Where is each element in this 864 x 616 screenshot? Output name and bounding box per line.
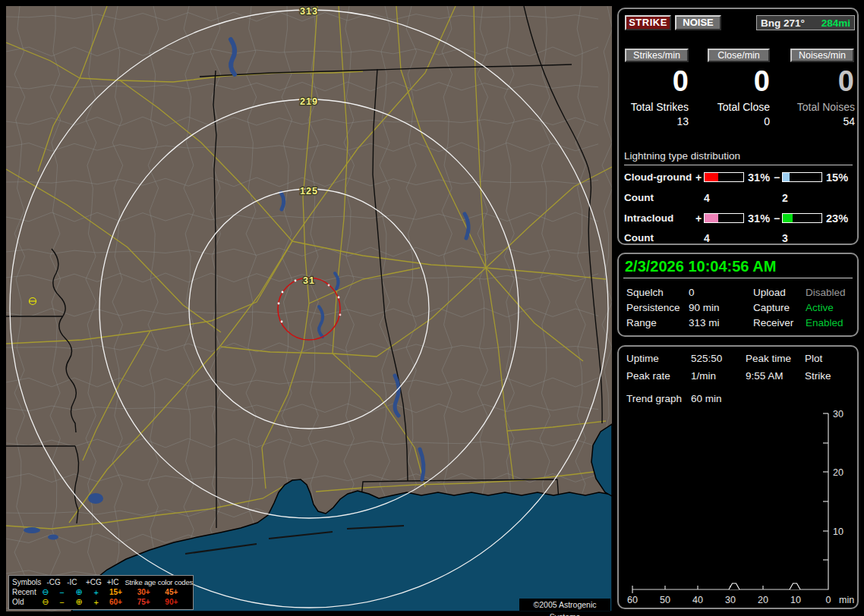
strike-bump-10min bbox=[790, 583, 800, 589]
age-75-label: 75+ bbox=[137, 598, 166, 606]
ic-plus-count: 4 bbox=[704, 232, 710, 244]
cloud-ground-row: Cloud-ground + 31% − 15% bbox=[619, 171, 857, 184]
y-label-20: 20 bbox=[833, 467, 844, 478]
range-label-313: 313 bbox=[300, 6, 318, 17]
upload-status: Disabled bbox=[806, 287, 846, 298]
total-strikes-value: 13 bbox=[623, 115, 689, 127]
ic-plus-bar bbox=[704, 213, 744, 223]
ic-minus-percent: 23% bbox=[826, 212, 848, 225]
age-15-label: 15+ bbox=[109, 588, 137, 596]
cg-plus-percent: 31% bbox=[748, 171, 770, 184]
x-label-50: 50 bbox=[660, 595, 670, 605]
strikes-per-min-button[interactable]: Strikes/min bbox=[625, 49, 689, 62]
divider bbox=[623, 278, 853, 278]
recent-pos-ic-icon: + bbox=[93, 588, 109, 597]
old-neg-ic-icon: − bbox=[59, 598, 75, 607]
legend-col-neg-cg: -CG bbox=[47, 578, 68, 586]
recent-pos-cg-icon: ⊕ bbox=[76, 587, 94, 597]
cg-plus-bar bbox=[704, 172, 744, 182]
total-close-value: 0 bbox=[705, 115, 770, 127]
legend-symbols-header: Symbols bbox=[12, 578, 47, 586]
x-unit-label: min bbox=[839, 595, 854, 605]
persistence-row: Persistence 90 min Capture Active bbox=[619, 302, 857, 315]
map-canvas: 313 219 125 31 bbox=[6, 6, 612, 611]
lightning-map: 313 219 125 31 Symbols -CG -IC +CG +IC S… bbox=[6, 6, 612, 611]
cg-minus-bar bbox=[782, 172, 822, 182]
squelch-value: 0 bbox=[689, 287, 695, 298]
strikes-rate-value: 0 bbox=[625, 65, 689, 97]
cg-minus-percent: 15% bbox=[826, 171, 848, 184]
distribution-title: Lightning type distribution bbox=[624, 150, 853, 165]
noises-per-min-button[interactable]: Noises/min bbox=[790, 49, 854, 62]
datetime-display: 2/3/2026 10:04:56 AM bbox=[625, 258, 776, 275]
total-noises-label: Total Noises bbox=[790, 101, 855, 113]
capture-label: Capture bbox=[753, 302, 790, 313]
recent-neg-ic-icon: − bbox=[59, 588, 75, 597]
cg-plus-count: 4 bbox=[704, 192, 710, 204]
symbols-legend: Symbols -CG -IC +CG +IC Strike age color… bbox=[8, 575, 194, 610]
old-pos-cg-icon: ⊕ bbox=[76, 597, 94, 607]
legend-old-row: Old ⊖ − ⊕ + 60+ 75+ 90+ bbox=[12, 597, 193, 607]
upload-label: Upload bbox=[753, 287, 786, 298]
legend-old-label: Old bbox=[12, 598, 42, 606]
counters-panel: STRIKE NOISE Bng 271° 284mi Strikes/min … bbox=[617, 8, 859, 245]
count-label: Count bbox=[624, 232, 696, 244]
legend-col-pos-cg: +CG bbox=[86, 578, 107, 586]
age-60-label: 60+ bbox=[109, 598, 137, 606]
copyright-text: ©2005 Astrogenic Systems bbox=[519, 599, 610, 611]
squelch-label: Squelch bbox=[626, 287, 664, 298]
range-value: 313 mi bbox=[689, 317, 720, 328]
intracloud-count-row: Count 4 3 bbox=[619, 232, 857, 244]
total-noises-value: 54 bbox=[790, 115, 855, 127]
age-30-label: 30+ bbox=[137, 588, 166, 596]
x-label-60: 60 bbox=[627, 595, 638, 605]
bearing-label: Bng 271° bbox=[761, 17, 805, 29]
bearing-distance: 284mi bbox=[821, 17, 850, 29]
legend-col-neg-ic: -IC bbox=[67, 578, 86, 586]
recent-neg-cg-icon: ⊖ bbox=[42, 587, 59, 597]
squelch-row: Squelch 0 Upload Disabled bbox=[619, 287, 857, 300]
x-label-40: 40 bbox=[692, 595, 703, 605]
legend-recent-label: Recent bbox=[12, 588, 42, 596]
trend-axes bbox=[632, 413, 828, 589]
x-label-30: 30 bbox=[725, 595, 736, 605]
strike-toggle-button[interactable]: STRIKE bbox=[625, 15, 671, 30]
plus-sign: + bbox=[695, 212, 702, 225]
old-pos-ic-icon: + bbox=[93, 598, 109, 607]
cloud-ground-label: Cloud-ground bbox=[624, 171, 696, 183]
y-label-30: 30 bbox=[833, 409, 844, 420]
cg-minus-count: 2 bbox=[782, 192, 788, 204]
legend-header-row: Symbols -CG -IC +CG +IC Strike age color… bbox=[12, 577, 193, 587]
close-rate-value: 0 bbox=[708, 65, 770, 97]
cloud-ground-count-row: Count 4 2 bbox=[619, 192, 857, 204]
intracloud-label: Intracloud bbox=[624, 212, 696, 224]
total-strikes-label: Total Strikes bbox=[623, 101, 689, 113]
range-label-219: 219 bbox=[300, 96, 318, 107]
old-neg-cg-icon: ⊖ bbox=[42, 597, 59, 607]
y-label-10: 10 bbox=[833, 526, 844, 537]
ic-minus-bar bbox=[782, 213, 822, 223]
range-label: Range bbox=[626, 317, 657, 328]
y-ticks bbox=[823, 413, 828, 560]
ic-plus-percent: 31% bbox=[748, 212, 770, 225]
status-panel: 2/3/2026 10:04:56 AM Squelch 0 Upload Di… bbox=[617, 253, 859, 337]
age-90-label: 90+ bbox=[165, 598, 193, 606]
trend-panel: Uptime 525:50 Peak time Plot Peak rate 1… bbox=[617, 345, 859, 609]
age-45-label: 45+ bbox=[165, 588, 193, 596]
receiver-status: Enabled bbox=[806, 317, 844, 328]
minus-sign: − bbox=[774, 212, 780, 225]
x-label-20: 20 bbox=[758, 595, 768, 605]
legend-age-header: Strike age color codes bbox=[125, 578, 193, 586]
bearing-readout: Bng 271° 284mi bbox=[756, 15, 855, 30]
capture-status: Active bbox=[806, 302, 834, 313]
noise-toggle-button[interactable]: NOISE bbox=[675, 15, 721, 30]
total-close-label: Total Close bbox=[705, 101, 770, 113]
plus-sign: + bbox=[695, 171, 702, 184]
range-row: Range 313 mi Receiver Enabled bbox=[619, 317, 857, 330]
trend-graph: 30 20 10 60 50 40 30 20 10 0 min bbox=[619, 347, 857, 608]
close-per-min-button[interactable]: Close/min bbox=[708, 49, 770, 62]
x-label-0: 0 bbox=[826, 595, 831, 605]
range-label-125: 125 bbox=[300, 186, 318, 196]
minus-sign: − bbox=[774, 171, 780, 184]
ic-minus-count: 3 bbox=[782, 232, 788, 244]
